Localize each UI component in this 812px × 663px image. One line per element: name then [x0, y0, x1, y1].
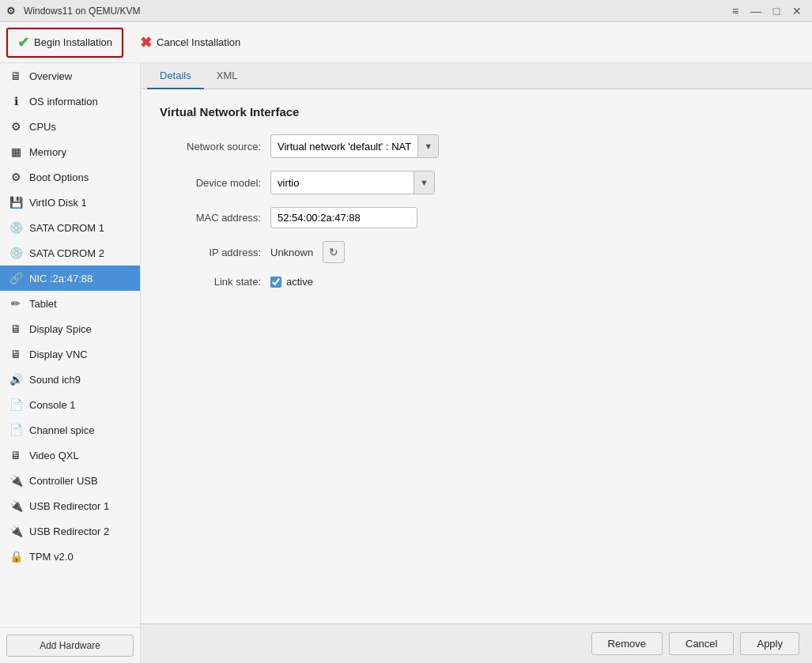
sidebar-label-display-vnc: Display VNC [29, 348, 88, 360]
sidebar-items: 🖥OverviewℹOS information⚙CPUs▦Memory⚙Boo… [0, 63, 140, 627]
sidebar-label-virtio-disk1: VirtIO Disk 1 [29, 197, 87, 209]
sidebar-item-overview[interactable]: 🖥Overview [0, 63, 140, 89]
link-state-checkbox[interactable] [270, 277, 281, 288]
add-hardware-button[interactable]: Add Hardware [6, 635, 134, 657]
cancel-button[interactable]: Cancel [669, 632, 734, 655]
sidebar-icon-nic: 🔗 [9, 271, 23, 285]
sidebar-item-sata-cdrom2[interactable]: 💿SATA CDROM 2 [0, 240, 140, 266]
network-source-label: Network source: [160, 141, 270, 153]
window-close-button[interactable]: ✕ [788, 2, 806, 20]
sidebar-icon-sata-cdrom2: 💿 [9, 246, 23, 260]
device-model-row: Device model: virtio ▼ [160, 171, 793, 194]
network-source-row: Network source: Virtual network 'default… [160, 134, 793, 158]
window-minimize-button[interactable]: — [747, 2, 765, 20]
check-icon: ✔ [17, 34, 29, 51]
main-layout: 🖥OverviewℹOS information⚙CPUs▦Memory⚙Boo… [0, 63, 812, 663]
network-source-value: Virtual network 'default' : NAT [271, 137, 417, 156]
sidebar-icon-virtio-disk1: 💾 [9, 195, 23, 209]
sidebar-icon-display-spice: 🖥 [9, 322, 23, 336]
sidebar-label-video-qxl: Video QXL [29, 450, 79, 461]
sidebar-item-nic[interactable]: 🔗NIC :2a:47:88 [0, 266, 140, 291]
sidebar-icon-display-vnc: 🖥 [9, 347, 23, 361]
network-source-dropdown-arrow[interactable]: ▼ [417, 135, 438, 157]
titlebar: ⚙ Windows11 on QEMU/KVM ≡ — □ ✕ [0, 0, 812, 22]
begin-installation-button[interactable]: ✔ Begin Installation [6, 28, 123, 58]
cancel-installation-button[interactable]: ✖ Cancel Installation [130, 28, 251, 57]
link-state-text: active [286, 276, 313, 288]
sidebar-item-display-vnc[interactable]: 🖥Display VNC [0, 341, 140, 367]
sidebar-item-console1[interactable]: 📄Console 1 [0, 392, 140, 417]
sidebar-label-sata-cdrom1: SATA CDROM 1 [29, 222, 104, 234]
sidebar-item-display-spice[interactable]: 🖥Display Spice [0, 316, 140, 341]
remove-button[interactable]: Remove [591, 632, 663, 655]
window-title: Windows11 on QEMU/KVM [24, 6, 140, 17]
sidebar-icon-console1: 📄 [9, 397, 23, 412]
tab-details[interactable]: Details [147, 63, 204, 89]
sidebar-item-usb-redirector1[interactable]: 🔌USB Redirector 1 [0, 493, 140, 518]
sidebar-item-tablet[interactable]: ✏Tablet [0, 291, 140, 316]
sidebar-item-os-info[interactable]: ℹOS information [0, 89, 140, 114]
sidebar-item-tpm-v2[interactable]: 🔒TPM v2.0 [0, 544, 140, 569]
link-state-row: Link state: active [160, 276, 793, 288]
sidebar-item-video-qxl[interactable]: 🖥Video QXL [0, 443, 140, 468]
sidebar-icon-controller-usb: 🔌 [9, 473, 23, 488]
network-source-select-wrapper[interactable]: Virtual network 'default' : NAT ▼ [270, 134, 439, 158]
sidebar-icon-os-info: ℹ [9, 94, 23, 108]
link-state-control: active [270, 276, 313, 288]
sidebar-item-channel-spice[interactable]: 📄Channel spice [0, 417, 140, 443]
cancel-installation-label: Cancel Installation [157, 36, 240, 48]
bottom-bar: Remove Cancel Apply [141, 623, 812, 663]
ip-refresh-button[interactable]: ↻ [323, 241, 345, 263]
sidebar-label-controller-usb: Controller USB [29, 475, 98, 487]
mac-address-row: MAC address: [160, 207, 793, 228]
sidebar-icon-tpm-v2: 🔒 [9, 549, 23, 563]
sidebar-item-cpus[interactable]: ⚙CPUs [0, 114, 140, 139]
link-state-label: Link state: [160, 276, 270, 288]
sidebar-label-console1: Console 1 [29, 399, 76, 411]
sidebar-label-usb-redirector1: USB Redirector 1 [29, 500, 109, 512]
ip-address-value: Unknown [270, 247, 313, 258]
mac-address-control [270, 207, 417, 228]
sidebar-icon-sata-cdrom1: 💿 [9, 220, 23, 235]
sidebar-label-channel-spice: Channel spice [29, 424, 94, 436]
sidebar: 🖥OverviewℹOS information⚙CPUs▦Memory⚙Boo… [0, 63, 141, 663]
tab-xml[interactable]: XML [204, 63, 251, 89]
device-model-label: Device model: [160, 177, 270, 189]
sidebar-item-boot-options[interactable]: ⚙Boot Options [0, 164, 140, 190]
sidebar-item-virtio-disk1[interactable]: 💾VirtIO Disk 1 [0, 190, 140, 215]
sidebar-icon-memory: ▦ [9, 145, 23, 159]
begin-installation-label: Begin Installation [34, 36, 112, 48]
sidebar-item-memory[interactable]: ▦Memory [0, 139, 140, 164]
sidebar-label-nic: NIC :2a:47:88 [29, 273, 93, 284]
window-menu-button[interactable]: ≡ [727, 2, 744, 20]
cancel-icon: ✖ [140, 34, 152, 51]
mac-address-input[interactable] [270, 207, 417, 228]
sidebar-label-usb-redirector2: USB Redirector 2 [29, 526, 109, 537]
sidebar-item-usb-redirector2[interactable]: 🔌USB Redirector 2 [0, 518, 140, 544]
window-maximize-button[interactable]: □ [768, 2, 785, 20]
sidebar-label-overview: Overview [29, 70, 72, 82]
mac-address-label: MAC address: [160, 212, 270, 224]
window-controls: ≡ — □ ✕ [727, 2, 806, 20]
panel-title: Virtual Network Interface [160, 105, 793, 119]
sidebar-icon-overview: 🖥 [9, 69, 23, 83]
link-state-checkbox-label[interactable]: active [270, 276, 313, 288]
main-panel: Virtual Network Interface Network source… [141, 89, 812, 623]
sidebar-icon-channel-spice: 📄 [9, 423, 23, 437]
sidebar-label-sound-ich9: Sound ich9 [29, 374, 81, 386]
sidebar-label-sata-cdrom2: SATA CDROM 2 [29, 247, 104, 259]
sidebar-item-controller-usb[interactable]: 🔌Controller USB [0, 468, 140, 493]
titlebar-left: ⚙ Windows11 on QEMU/KVM [6, 5, 140, 17]
device-model-select-wrapper[interactable]: virtio ▼ [270, 171, 435, 194]
sidebar-icon-sound-ich9: 🔊 [9, 372, 23, 386]
sidebar-icon-tablet: ✏ [9, 296, 23, 311]
sidebar-label-display-spice: Display Spice [29, 323, 92, 335]
sidebar-item-sound-ich9[interactable]: 🔊Sound ich9 [0, 367, 140, 392]
sidebar-label-memory: Memory [29, 146, 66, 158]
sidebar-label-tpm-v2: TPM v2.0 [29, 551, 74, 563]
device-model-dropdown-arrow[interactable]: ▼ [414, 171, 434, 194]
apply-button[interactable]: Apply [740, 632, 799, 655]
sidebar-icon-cpus: ⚙ [9, 119, 23, 134]
sidebar-item-sata-cdrom1[interactable]: 💿SATA CDROM 1 [0, 215, 140, 240]
device-model-control: virtio ▼ [270, 171, 435, 194]
